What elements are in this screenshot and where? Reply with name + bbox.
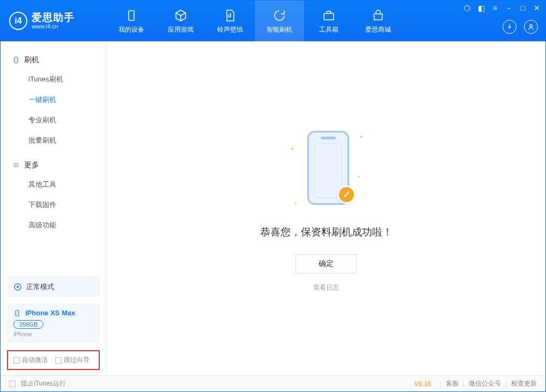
svg-rect-0	[129, 11, 134, 20]
download-button[interactable]	[503, 20, 517, 34]
svg-rect-1	[324, 13, 334, 20]
sidebar-group-more: 更多	[1, 156, 106, 174]
account-button[interactable]	[524, 20, 538, 34]
mode-indicator[interactable]: 正常模式	[7, 277, 100, 297]
tab-label: 智能刷机	[267, 25, 292, 34]
sidebar-item-itunes-flash[interactable]: iTunes刷机	[1, 69, 106, 90]
checkbox-block-itunes[interactable]: 阻止iTunes运行	[9, 379, 66, 388]
svg-rect-9	[16, 310, 19, 316]
app-title-block: 爱思助手 www.i4.cn	[32, 12, 75, 30]
sidebar-item-advanced[interactable]: 高级功能	[1, 215, 106, 235]
tab-ringtone[interactable]: 铃声壁纸	[205, 1, 255, 41]
confirm-button[interactable]: 确定	[296, 254, 357, 273]
refresh-shield-icon	[272, 8, 287, 23]
tab-smart-flash[interactable]: 智能刷机	[255, 1, 304, 41]
main-panel: ✦ ✦ ● ● ✓ 恭喜您，保资料刷机成功啦！ 确定 查看日志	[107, 41, 545, 375]
device-card[interactable]: iPhone XS Max 256GB iPhone	[7, 304, 100, 343]
checkbox-auto-activate[interactable]: 自动激活	[13, 356, 48, 365]
feedback-icon[interactable]: ◧	[477, 4, 485, 13]
checkbox-label: 跳过向导	[64, 356, 90, 364]
sidebar: 刷机 iTunes刷机 一键刷机 专业刷机 批量刷机 更多 其他工具 下载固件 …	[1, 41, 107, 375]
group-label: 刷机	[24, 55, 39, 65]
tab-apps[interactable]: 应用游戏	[156, 1, 205, 41]
mode-label: 正常模式	[26, 282, 54, 292]
cube-icon	[173, 8, 188, 23]
view-log-link[interactable]: 查看日志	[313, 283, 339, 292]
sidebar-item-other-tools[interactable]: 其他工具	[1, 174, 106, 195]
phone-icon	[12, 56, 20, 64]
tab-toolbox[interactable]: 工具箱	[304, 1, 353, 41]
close-button[interactable]: ✕	[533, 4, 541, 13]
version-label: V8.16	[414, 380, 431, 388]
sidebar-item-download-fw[interactable]: 下载固件	[1, 195, 106, 215]
flash-options: 自动激活 跳过向导	[7, 350, 100, 370]
content-area: 刷机 iTunes刷机 一键刷机 专业刷机 批量刷机 更多 其他工具 下载固件 …	[1, 41, 545, 375]
user-controls	[503, 20, 538, 34]
link-wechat[interactable]: 微信公众号	[469, 379, 501, 388]
menu-icon[interactable]: ≡	[491, 4, 499, 13]
device-name-label: iPhone XS Max	[25, 309, 75, 317]
sidebar-item-oneclick-flash[interactable]: 一键刷机	[1, 90, 106, 110]
tab-label: 爱思商城	[365, 25, 391, 34]
logo-area: i4 爱思助手 www.i4.cn	[1, 1, 107, 41]
svg-rect-3	[14, 57, 18, 63]
maximize-button[interactable]: □	[519, 4, 527, 13]
footer: 阻止iTunes运行 V8.16 | 客服 | 微信公众号 | 检查更新	[1, 375, 545, 391]
success-illustration: ✦ ✦ ● ● ✓	[286, 124, 366, 216]
checkbox-skip-guide[interactable]: 跳过向导	[55, 356, 90, 365]
tab-label: 工具箱	[319, 25, 338, 34]
tab-label: 铃声壁纸	[217, 25, 243, 34]
app-subtitle: www.i4.cn	[32, 23, 75, 29]
checkbox-label: 自动激活	[22, 356, 48, 364]
app-title: 爱思助手	[32, 12, 75, 24]
checkbox-label: 阻止iTunes运行	[21, 379, 66, 388]
list-icon	[12, 161, 20, 169]
toolbox-icon	[321, 8, 336, 23]
window-controls: ⬡ ◧ ≡ － □ ✕	[463, 4, 541, 13]
group-label: 更多	[24, 160, 39, 170]
sidebar-group-flash: 刷机	[1, 51, 106, 69]
svg-point-2	[530, 25, 533, 27]
tab-label: 应用游戏	[168, 25, 194, 34]
success-message: 恭喜您，保资料刷机成功啦！	[260, 225, 393, 239]
sidebar-item-pro-flash[interactable]: 专业刷机	[1, 110, 106, 130]
tab-store[interactable]: 爱思商城	[353, 1, 403, 41]
success-check-icon: ✓	[337, 186, 356, 204]
svg-point-8	[17, 286, 19, 288]
device-icon	[124, 8, 139, 23]
minimize-button[interactable]: －	[505, 4, 513, 13]
link-check-update[interactable]: 检查更新	[511, 379, 537, 388]
music-file-icon	[223, 8, 238, 23]
store-icon	[371, 8, 386, 23]
sidebar-item-batch-flash[interactable]: 批量刷机	[1, 130, 106, 151]
tab-my-device[interactable]: 我的设备	[107, 1, 156, 41]
link-customer-service[interactable]: 客服	[446, 379, 459, 388]
device-type: iPhone	[13, 331, 93, 337]
app-logo-icon: i4	[9, 12, 27, 30]
tshirt-icon[interactable]: ⬡	[463, 4, 471, 13]
tab-label: 我的设备	[119, 25, 144, 34]
mode-icon	[13, 283, 22, 291]
device-capacity: 256GB	[13, 320, 43, 329]
header: i4 爱思助手 www.i4.cn 我的设备 应用游戏 铃声壁纸 智能刷机 工具…	[1, 1, 545, 41]
device-icon	[13, 309, 21, 317]
